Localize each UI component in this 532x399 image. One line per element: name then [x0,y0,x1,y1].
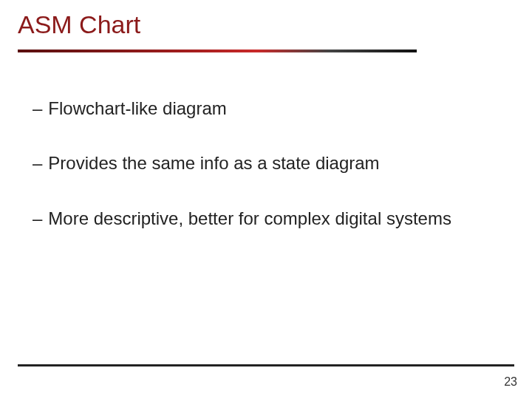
bullet-dash-icon: – [33,151,42,175]
bullet-item: – More descriptive, better for complex d… [33,207,532,231]
slide-title: ASM Chart [0,0,532,39]
bullet-dash-icon: – [33,207,42,231]
page-number: 23 [504,375,517,389]
bullet-item: – Provides the same info as a state diag… [33,151,532,175]
bullet-item: – Flowchart-like diagram [33,97,532,120]
footer-divider [18,364,514,366]
bullet-dash-icon: – [33,97,42,120]
bullet-text: Flowchart-like diagram [48,97,226,120]
slide: ASM Chart – Flowchart-like diagram – Pro… [0,0,532,399]
slide-body: – Flowchart-like diagram – Provides the … [0,52,532,231]
bullet-text: More descriptive, better for complex dig… [48,207,451,231]
bullet-text: Provides the same info as a state diagra… [48,151,379,175]
